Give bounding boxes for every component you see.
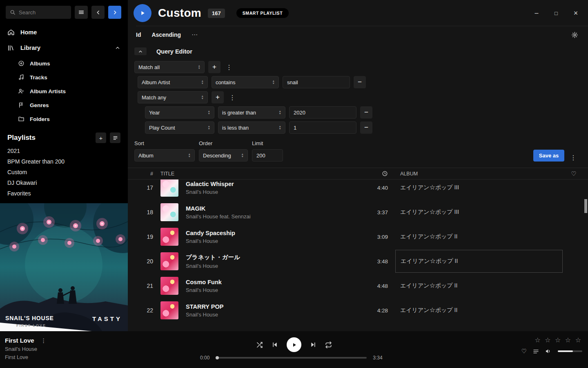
group-options-button[interactable]: ⋮ xyxy=(224,63,234,71)
playlist-item[interactable]: Favorites xyxy=(0,188,128,199)
sidebar-item-folders[interactable]: Folders xyxy=(18,112,128,126)
star-icon[interactable]: ☆ xyxy=(555,337,562,343)
sidebar-item-library[interactable]: Library xyxy=(0,40,128,56)
more-options-button[interactable]: ⋯ xyxy=(192,31,198,38)
library-icon xyxy=(7,44,15,52)
order-select[interactable]: Descending xyxy=(199,149,248,162)
seek-handle[interactable] xyxy=(216,356,219,359)
playlist-item[interactable]: DJ Okawari xyxy=(0,177,128,188)
track-album[interactable]: エイリアン☆ポップ III xyxy=(388,184,563,191)
table-row[interactable]: 19 Candy Spaceship Snail's House 3:09 エイ… xyxy=(134,224,585,249)
menu-button[interactable] xyxy=(75,6,88,19)
rule-field-select[interactable]: Year xyxy=(145,106,214,119)
sidebar-item-albums[interactable]: Albums xyxy=(18,56,128,70)
seek-bar[interactable] xyxy=(216,357,367,359)
add-rule-button[interactable]: + xyxy=(208,61,220,73)
track-album[interactable]: エイリアン☆ポップ II xyxy=(388,307,563,314)
column-index[interactable]: # xyxy=(134,171,153,177)
select-caret-icon xyxy=(201,80,204,85)
column-title[interactable]: TITLE xyxy=(153,171,353,177)
now-playing-artwork[interactable]: SNAIL'S HOUSE FIRST LOVE TASTY xyxy=(0,203,128,331)
favorite-button[interactable]: ♡ xyxy=(521,348,527,355)
playlist-item[interactable]: Custom xyxy=(0,167,128,177)
previous-button[interactable] xyxy=(272,341,278,348)
match-any-select[interactable]: Match any xyxy=(138,91,208,103)
query-editor-title: Query Editor xyxy=(156,48,192,55)
track-index: 18 xyxy=(134,209,153,215)
save-as-button[interactable]: Save as xyxy=(533,150,564,162)
track-album[interactable]: エイリアン☆ポップ II xyxy=(388,250,563,273)
sidebar-item-home[interactable]: Home xyxy=(0,25,128,40)
play-playlist-button[interactable] xyxy=(134,4,151,22)
search-box[interactable] xyxy=(6,6,71,19)
table-row[interactable]: 17 Galactic Whisper Snail's House 4:40 エ… xyxy=(134,180,585,200)
group-options-button[interactable]: ⋮ xyxy=(227,94,237,101)
table-row[interactable]: 21 Cosmo Funk Snail's House 4:48 エイリアン☆ポ… xyxy=(134,274,585,298)
rule-operator-select[interactable]: contains xyxy=(212,76,279,88)
track-title: Galactic Whisper xyxy=(186,181,234,187)
playlist-menu-button[interactable] xyxy=(110,132,120,143)
rule-field-select[interactable]: Play Count xyxy=(145,121,214,134)
close-button[interactable]: × xyxy=(572,9,579,18)
repeat-button[interactable] xyxy=(325,341,332,348)
column-favorite[interactable]: ♡ xyxy=(563,170,585,177)
sidebar-item-tracks[interactable]: Tracks xyxy=(18,70,128,84)
save-options-button[interactable]: ⋮ xyxy=(568,154,578,162)
select-caret-icon xyxy=(241,153,244,158)
table-row[interactable]: 18 MAGIK Snail's House feat. Sennzai 3:3… xyxy=(134,200,585,224)
remove-rule-button[interactable]: − xyxy=(354,76,366,88)
star-icon[interactable]: ☆ xyxy=(575,337,582,343)
playlist-item[interactable]: BPM Greater than 200 xyxy=(0,156,128,167)
track-duration: 4:28 xyxy=(353,307,388,314)
track-album[interactable]: エイリアン☆ポップ II xyxy=(388,282,563,289)
rule-value-input[interactable] xyxy=(289,106,356,119)
star-icon[interactable]: ☆ xyxy=(545,337,552,343)
table-row[interactable]: 22 STARRY POP Snail's House 4:28 エイリアン☆ポ… xyxy=(134,298,585,323)
settings-button[interactable] xyxy=(571,31,578,38)
track-album[interactable]: エイリアン☆ポップ II xyxy=(388,233,563,240)
volume-icon[interactable] xyxy=(545,348,552,355)
add-playlist-button[interactable]: + xyxy=(96,132,106,143)
track-album[interactable]: エイリアン☆ポップ III xyxy=(388,209,563,216)
maximize-button[interactable]: □ xyxy=(553,10,559,16)
shuffle-button[interactable] xyxy=(256,341,263,348)
sidebar-item-genres[interactable]: Genres xyxy=(18,98,128,112)
column-duration[interactable] xyxy=(353,171,388,177)
star-icon[interactable]: ☆ xyxy=(535,337,541,343)
track-menu-button[interactable]: ⋮ xyxy=(41,337,47,344)
remove-rule-button[interactable]: − xyxy=(360,121,372,134)
rule-value-input[interactable] xyxy=(289,121,356,134)
search-input[interactable] xyxy=(19,9,67,16)
rule-field-select[interactable]: Album Artist xyxy=(138,76,208,88)
sort-order-button[interactable]: Ascending xyxy=(151,31,181,38)
playlist-item[interactable]: 2021 xyxy=(0,146,128,156)
remove-rule-button[interactable]: − xyxy=(360,106,372,119)
match-all-select[interactable]: Match all xyxy=(134,61,205,73)
table-row[interactable]: 20 プラネット・ガール Snail's House 3:48 エイリアン☆ポッ… xyxy=(134,249,585,274)
minimize-button[interactable]: – xyxy=(533,9,540,17)
shuffle-icon xyxy=(256,341,263,348)
album-cell-focused[interactable]: エイリアン☆ポップ II xyxy=(395,250,563,273)
album-artists-label: Album Artists xyxy=(30,88,66,94)
next-button[interactable] xyxy=(310,341,316,348)
add-rule-button[interactable]: + xyxy=(212,91,224,103)
play-pause-button[interactable] xyxy=(287,337,301,352)
column-album[interactable]: ALBUM xyxy=(388,171,563,177)
rule-value-input[interactable] xyxy=(283,76,350,88)
sidebar-top-bar xyxy=(0,0,128,22)
rule-operator-select[interactable]: is greater than xyxy=(218,106,285,119)
back-button[interactable] xyxy=(91,6,105,19)
scrollbar-thumb[interactable] xyxy=(584,199,587,213)
star-icon[interactable]: ☆ xyxy=(565,337,572,343)
sidebar-item-album-artists[interactable]: Album Artists xyxy=(18,84,128,98)
queue-icon[interactable] xyxy=(533,348,539,355)
chevron-up-icon[interactable] xyxy=(115,45,120,51)
forward-button[interactable] xyxy=(108,6,121,19)
query-editor-collapse-button[interactable] xyxy=(134,47,147,55)
sort-select[interactable]: Album xyxy=(134,149,195,162)
play-icon xyxy=(291,342,297,348)
limit-input[interactable] xyxy=(252,149,283,162)
sort-field-button[interactable]: Id xyxy=(136,31,141,38)
volume-slider[interactable] xyxy=(558,350,582,352)
rule-operator-select[interactable]: is less than xyxy=(218,121,285,134)
